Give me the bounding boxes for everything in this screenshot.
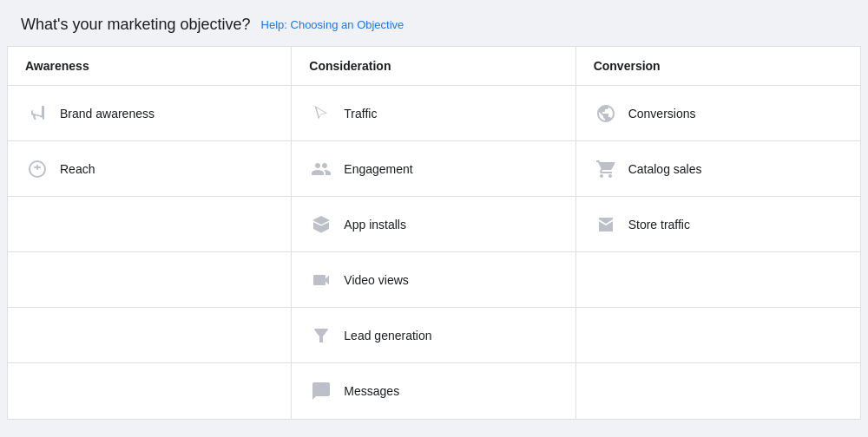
traffic-label: Traffic	[344, 107, 377, 121]
reach-label: Reach	[60, 162, 95, 176]
conversion-column: Conversions Catalog sales Store traffic	[576, 86, 860, 419]
video-icon	[309, 268, 333, 292]
lead-generation-item[interactable]: Lead generation	[292, 308, 575, 363]
app-installs-item[interactable]: App installs	[292, 197, 575, 252]
brand-awareness-item[interactable]: Brand awareness	[8, 86, 291, 141]
help-link[interactable]: Help: Choosing an Objective	[261, 18, 404, 31]
chat-icon	[309, 379, 333, 403]
page-header: What's your marketing objective? Help: C…	[0, 0, 868, 46]
conversions-label: Conversions	[628, 107, 696, 121]
engagement-label: Engagement	[344, 162, 412, 176]
table-header: Awareness Consideration Conversion	[8, 47, 860, 86]
col-header-consideration: Consideration	[292, 47, 575, 85]
conversion-empty-2	[576, 308, 860, 363]
consideration-column: Traffic Engagement App installs	[292, 86, 575, 419]
store-icon	[594, 212, 618, 237]
store-traffic-label: Store traffic	[628, 218, 690, 232]
lead-generation-label: Lead generation	[344, 329, 431, 342]
awareness-empty-3	[8, 308, 291, 363]
awareness-empty-2	[8, 252, 291, 308]
table-body: Brand awareness Reach	[8, 86, 860, 419]
page-title: What's your marketing objective?	[21, 16, 251, 34]
awareness-column: Brand awareness Reach	[8, 86, 292, 419]
awareness-empty-1	[8, 197, 291, 252]
objectives-table: Awareness Consideration Conversion Brand…	[7, 46, 861, 420]
cursor-icon	[309, 101, 333, 126]
reach-item[interactable]: Reach	[8, 141, 291, 197]
conversion-empty-1	[576, 252, 860, 308]
traffic-item[interactable]: Traffic	[292, 86, 575, 141]
brand-awareness-label: Brand awareness	[60, 107, 155, 121]
box-icon	[309, 212, 333, 237]
col-header-conversion: Conversion	[576, 47, 860, 85]
store-traffic-item[interactable]: Store traffic	[576, 197, 860, 252]
awareness-empty-4	[8, 363, 291, 419]
messages-item[interactable]: Messages	[292, 363, 575, 419]
conversion-empty-3	[576, 363, 860, 419]
messages-label: Messages	[344, 384, 399, 398]
globe-icon	[594, 101, 618, 126]
video-views-label: Video views	[344, 273, 408, 287]
catalog-sales-item[interactable]: Catalog sales	[576, 141, 860, 197]
people-icon	[309, 157, 333, 181]
col-header-awareness: Awareness	[8, 47, 292, 85]
catalog-sales-label: Catalog sales	[628, 162, 702, 176]
engagement-item[interactable]: Engagement	[292, 141, 575, 197]
video-views-item[interactable]: Video views	[292, 252, 575, 308]
megaphone-icon	[25, 101, 49, 126]
cart-icon	[594, 157, 618, 181]
app-installs-label: App installs	[344, 218, 406, 232]
reach-icon	[25, 157, 49, 181]
conversions-item[interactable]: Conversions	[576, 86, 860, 141]
filter-icon	[309, 323, 333, 348]
